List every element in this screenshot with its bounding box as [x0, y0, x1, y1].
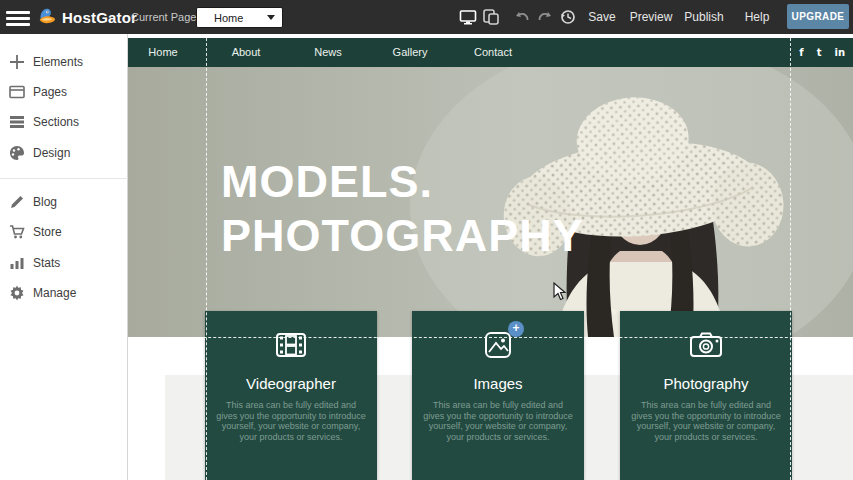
- card-body: This area can be fully edited and gives …: [215, 400, 367, 442]
- page-select-dropdown[interactable]: Home: [196, 7, 283, 28]
- sidebar-divider: [0, 178, 128, 179]
- mobile-preview-icon[interactable]: [482, 8, 500, 26]
- sidebar-item-label: Store: [33, 225, 62, 239]
- history-icon[interactable]: [559, 8, 577, 26]
- page-select-value: Home: [197, 12, 267, 24]
- desktop-preview-icon[interactable]: [459, 8, 477, 26]
- save-button[interactable]: Save: [588, 10, 615, 24]
- hostgator-logo: HostGator: [36, 5, 137, 29]
- hero-title-line2: PHOTOGRAPHY: [221, 209, 584, 263]
- upgrade-button[interactable]: UPGRADE: [787, 4, 849, 29]
- sidebar-item-label: Pages: [33, 85, 67, 99]
- sidebar-item-stats[interactable]: Stats: [0, 250, 128, 276]
- hero-title[interactable]: MODELS. PHOTOGRAPHY: [221, 155, 584, 263]
- social-links: f t in: [799, 38, 847, 67]
- builder-sidebar: Elements Pages Sections Desig: [0, 34, 128, 480]
- hamburger-icon[interactable]: [6, 8, 30, 26]
- brand-name: HostGator: [62, 9, 137, 26]
- site-nav-news[interactable]: News: [314, 38, 342, 67]
- film-icon: [274, 328, 308, 362]
- sidebar-item-label: Sections: [33, 115, 79, 129]
- camera-icon: [687, 328, 725, 362]
- cart-icon: [8, 223, 26, 241]
- builder-window: HostGator Current Page: Home: [0, 0, 853, 480]
- chevron-down-icon: [267, 15, 275, 20]
- site-nav-home[interactable]: Home: [148, 38, 177, 67]
- section-boundary-guide: [128, 337, 853, 338]
- redo-icon[interactable]: [536, 8, 554, 26]
- current-page-label: Current Page:: [131, 11, 199, 23]
- linkedin-icon[interactable]: in: [834, 47, 845, 58]
- card-title: Photography: [620, 375, 792, 392]
- sidebar-item-label: Blog: [33, 195, 57, 209]
- gator-icon: [36, 6, 58, 28]
- top-toolbar: HostGator Current Page: Home: [0, 0, 853, 34]
- publish-button[interactable]: Publish: [684, 10, 723, 24]
- sidebar-item-store[interactable]: Store: [0, 219, 128, 245]
- help-button[interactable]: Help: [745, 10, 770, 24]
- site-nav-gallery[interactable]: Gallery: [393, 38, 428, 67]
- facebook-icon[interactable]: f: [799, 47, 803, 58]
- sidebar-item-manage[interactable]: Manage: [0, 280, 128, 306]
- sidebar-item-design[interactable]: Design: [0, 140, 128, 166]
- card-body: This area can be fully edited and gives …: [422, 400, 574, 442]
- content-guide-right: [790, 38, 791, 480]
- sidebar-item-blog[interactable]: Blog: [0, 189, 128, 215]
- sections-icon: [8, 113, 26, 131]
- stats-icon: [8, 254, 26, 272]
- gear-icon: [8, 284, 26, 302]
- sidebar-item-label: Design: [33, 146, 70, 160]
- pencil-icon: [8, 193, 26, 211]
- undo-icon[interactable]: [513, 8, 531, 26]
- site-nav-contact[interactable]: Contact: [474, 38, 512, 67]
- preview-button[interactable]: Preview: [630, 10, 673, 24]
- hero-section[interactable]: MODELS. PHOTOGRAPHY: [128, 67, 853, 337]
- sidebar-item-elements[interactable]: Elements: [0, 49, 128, 75]
- site-navbar[interactable]: Home About News Gallery Contact f t in: [128, 38, 853, 67]
- sidebar-item-pages[interactable]: Pages: [0, 79, 128, 105]
- card-title: Images: [412, 375, 584, 392]
- sidebar-item-label: Stats: [33, 256, 60, 270]
- hero-title-line1: MODELS.: [221, 155, 584, 209]
- site-preview: Home About News Gallery Contact f t in: [128, 34, 853, 480]
- twitter-icon[interactable]: t: [817, 47, 822, 58]
- site-nav-about[interactable]: About: [232, 38, 261, 67]
- mouse-cursor: [553, 282, 567, 302]
- sidebar-item-label: Elements: [33, 55, 83, 69]
- card-title: Videographer: [205, 375, 377, 392]
- sidebar-item-label: Manage: [33, 286, 76, 300]
- plus-icon: [8, 53, 26, 71]
- palette-icon: [8, 144, 26, 162]
- add-image-badge-icon[interactable]: +: [508, 321, 524, 337]
- sidebar-item-sections[interactable]: Sections: [0, 109, 128, 135]
- pages-icon: [8, 83, 26, 101]
- content-guide-left: [206, 38, 207, 480]
- card-body: This area can be fully edited and gives …: [630, 400, 782, 442]
